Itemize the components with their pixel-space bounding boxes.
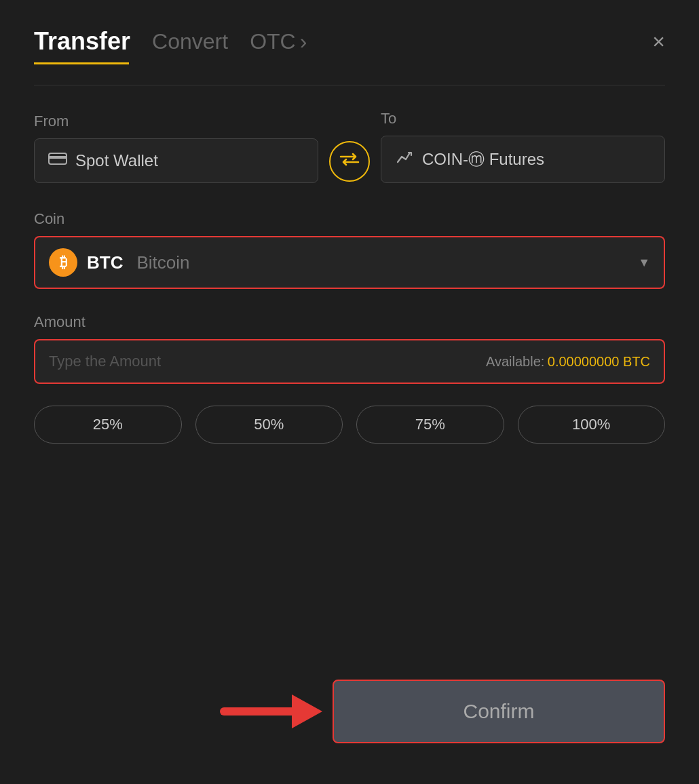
amount-section: Amount Type the Amount Available: 0.0000…: [34, 313, 665, 384]
pct-100-button[interactable]: 100%: [518, 406, 666, 444]
confirm-section: Confirm: [34, 680, 665, 743]
otc-chevron-icon: ›: [300, 29, 307, 54]
transfer-modal: Transfer Convert OTC › × From Spot Walle…: [0, 0, 699, 784]
dropdown-arrow-icon: ▼: [638, 256, 650, 270]
pct-50-button[interactable]: 50%: [195, 406, 343, 444]
to-label: To: [381, 110, 665, 128]
coin-label: Coin: [34, 210, 64, 227]
coin-ticker: BTC: [87, 252, 123, 273]
available-value: 0.00000000 BTC: [548, 354, 650, 369]
tab-convert[interactable]: Convert: [152, 29, 228, 54]
red-arrow-icon: [217, 684, 339, 739]
active-tab-underline: [34, 62, 129, 64]
close-button[interactable]: ×: [652, 31, 665, 52]
amount-input-box: Type the Amount Available: 0.00000000 BT…: [34, 339, 665, 384]
swap-button[interactable]: [329, 141, 370, 182]
swap-icon: [339, 152, 360, 171]
btc-icon: ₿: [49, 248, 77, 277]
wallet-card-icon: [48, 151, 67, 170]
header-divider: [34, 85, 665, 85]
percentage-buttons: 25% 50% 75% 100%: [34, 406, 665, 444]
header-tabs: Transfer Convert OTC › ×: [34, 27, 665, 56]
from-wallet-name: Spot Wallet: [75, 151, 158, 170]
from-wallet-selector[interactable]: Spot Wallet: [34, 138, 318, 183]
pct-75-button[interactable]: 75%: [356, 406, 504, 444]
coin-section: Coin ₿ BTC Bitcoin ▼: [34, 210, 665, 289]
available-display: Available: 0.00000000 BTC: [486, 354, 650, 370]
from-to-section: From Spot Wallet: [34, 110, 665, 183]
confirm-button[interactable]: Confirm: [333, 680, 665, 743]
amount-placeholder[interactable]: Type the Amount: [49, 353, 161, 370]
available-label: Available:: [486, 354, 544, 369]
tab-otc[interactable]: OTC ›: [250, 29, 307, 54]
to-column: To COIN-ⓜ Futures: [381, 110, 665, 183]
to-wallet-selector[interactable]: COIN-ⓜ Futures: [381, 136, 665, 183]
coin-full-name: Bitcoin: [136, 252, 189, 273]
amount-label: Amount: [34, 313, 86, 330]
futures-icon: [395, 149, 414, 170]
from-label: From: [34, 113, 318, 130]
pct-25-button[interactable]: 25%: [34, 406, 182, 444]
tab-transfer[interactable]: Transfer: [34, 27, 130, 56]
to-wallet-name: COIN-ⓜ Futures: [422, 149, 544, 170]
arrow-container: [190, 684, 339, 739]
from-column: From Spot Wallet: [34, 113, 318, 183]
coin-dropdown[interactable]: ₿ BTC Bitcoin ▼: [34, 236, 665, 289]
svg-rect-1: [49, 156, 67, 159]
